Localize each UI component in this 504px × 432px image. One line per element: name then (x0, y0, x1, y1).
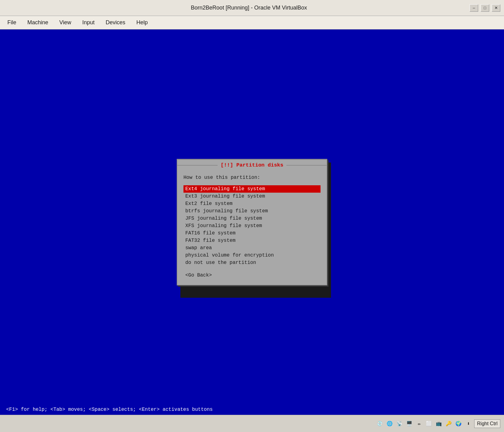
tray-icon-world[interactable]: 🌍 (455, 420, 463, 428)
menu-machine[interactable]: Machine (22, 18, 53, 28)
dialog-content: How to use this partition: Ext4 journali… (177, 170, 327, 285)
dialog-title-bar: [!!] Partition disks (177, 160, 327, 170)
partition-options-list: Ext4 journaling file system Ext3 journal… (183, 185, 321, 266)
tray-icon-disk[interactable]: 💿 (376, 420, 384, 428)
partition-dialog: [!!] Partition disks How to use this par… (177, 159, 327, 285)
taskbar: 💿 🌐 📡 🖥️ ✏️ ⬜ 📺 🔑 🌍 ⬇️ Right Ctrl (0, 415, 504, 432)
option-ext4[interactable]: Ext4 journaling file system (183, 185, 321, 193)
tray-icon-globe[interactable]: 🌐 (386, 420, 394, 428)
vm-status-bar: <F1> for help; <Tab> moves; <Space> sele… (0, 404, 504, 415)
maximize-button[interactable]: □ (481, 4, 489, 12)
right-ctrl-label[interactable]: Right Ctrl (474, 419, 500, 428)
menu-file[interactable]: File (2, 18, 21, 28)
option-ext2[interactable]: Ext2 file system (183, 200, 321, 207)
option-ext3[interactable]: Ext3 journaling file system (183, 193, 321, 200)
vm-screen: [!!] Partition disks How to use this par… (0, 29, 504, 415)
tray-icon-edit[interactable]: ✏️ (415, 420, 423, 428)
minimize-button[interactable]: – (470, 4, 478, 12)
dialog-question: How to use this partition: (183, 175, 321, 180)
title-bar: Born2BeRoot [Running] - Oracle VM Virtua… (0, 0, 504, 16)
menu-input[interactable]: Input (77, 18, 100, 28)
option-do-not-use[interactable]: do not use the partition (183, 259, 321, 266)
tray-icon-network[interactable]: 📡 (396, 420, 404, 428)
option-xfs[interactable]: XFS journaling file system (183, 222, 321, 230)
tray-icon-screen[interactable]: 📺 (435, 420, 443, 428)
dialog-wrapper: [!!] Partition disks How to use this par… (177, 159, 327, 285)
vm-status-text: <F1> for help; <Tab> moves; <Space> sele… (6, 407, 498, 412)
option-jfs[interactable]: JFS journaling file system (183, 215, 321, 222)
go-back-button[interactable]: <Go Back> (183, 272, 214, 279)
close-button[interactable]: ✕ (492, 4, 500, 12)
option-fat32[interactable]: FAT32 file system (183, 237, 321, 244)
option-swap[interactable]: swap area (183, 244, 321, 252)
option-physical-volume[interactable]: physical volume for encryption (183, 252, 321, 259)
window-title: Born2BeRoot [Running] - Oracle VM Virtua… (28, 5, 470, 11)
menu-devices[interactable]: Devices (101, 18, 130, 28)
tray-icon-monitor[interactable]: 🖥️ (405, 420, 413, 428)
window-controls[interactable]: – □ ✕ (470, 4, 500, 12)
tray-icon-key[interactable]: 🔑 (445, 420, 453, 428)
tray-icon-download[interactable]: ⬇️ (464, 420, 472, 428)
menu-help[interactable]: Help (132, 18, 153, 28)
dialog-title: [!!] Partition disks (218, 162, 286, 168)
option-btrfs[interactable]: btrfs journaling file system (183, 207, 321, 215)
option-fat16[interactable]: FAT16 file system (183, 230, 321, 237)
tray-icon-square[interactable]: ⬜ (425, 420, 433, 428)
menu-bar: File Machine View Input Devices Help (0, 16, 504, 29)
menu-view[interactable]: View (54, 18, 76, 28)
